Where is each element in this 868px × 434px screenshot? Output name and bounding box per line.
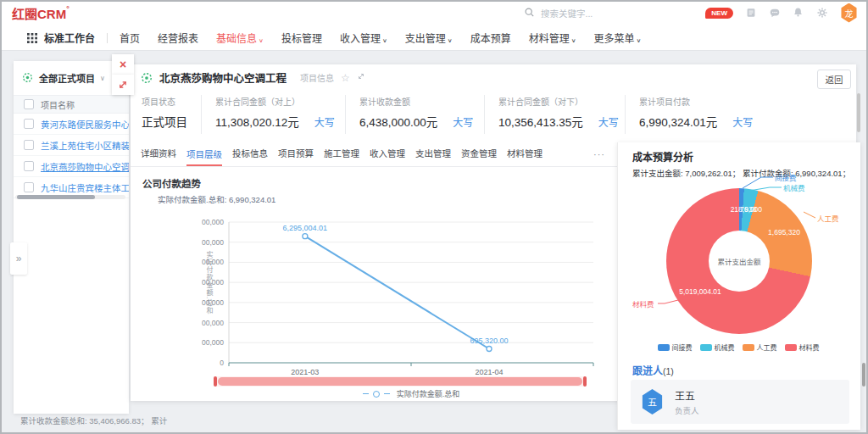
bell-icon[interactable] xyxy=(793,7,804,19)
row-checkbox[interactable] xyxy=(24,182,34,192)
user-avatar[interactable]: 龙 xyxy=(840,3,858,23)
svg-text:0: 0 xyxy=(220,359,224,367)
daxie-link[interactable]: 大写 xyxy=(314,114,335,129)
global-search-input[interactable]: 搜索关键字... xyxy=(524,4,702,21)
select-all-checkbox[interactable] xyxy=(24,99,34,109)
project-link[interactable]: 北京燕莎购物中心空调工程 xyxy=(41,160,129,173)
project-rows: 黄河东路便民服务中心幕...兰溪上苑住宅小区精装修...北京燕莎购物中心空调工程… xyxy=(14,114,129,198)
project-list-header[interactable]: 全部正式项目 ∨ xyxy=(22,71,105,85)
legend-label: 机械费 xyxy=(715,342,735,352)
chat-icon[interactable] xyxy=(769,7,781,19)
chevron-down-icon: ∨ xyxy=(382,37,387,43)
stat-label: 累计项目付款 xyxy=(639,95,794,108)
fullscreen-icon[interactable] xyxy=(357,72,369,84)
nav-item[interactable]: 基础信息∨ xyxy=(216,31,264,45)
nav-item[interactable]: 更多菜单∨ xyxy=(594,31,642,45)
datazoom-handle-right[interactable] xyxy=(583,376,587,387)
table-row[interactable]: 兰溪上苑住宅小区精装修... xyxy=(14,135,129,156)
apps-grid-icon[interactable] xyxy=(27,33,37,43)
stat-item: 累计项目付款6,990,324.01元大写 xyxy=(625,95,794,134)
legend-item[interactable]: 人工费 xyxy=(743,342,777,352)
main-scrollbar-thumb[interactable] xyxy=(857,93,860,132)
followers-section: 跟进人 (1) xyxy=(632,363,674,377)
stat-value: 正式项目 xyxy=(142,113,187,130)
nav-divider xyxy=(107,33,108,43)
tab-item[interactable]: 支出管理 xyxy=(415,147,451,166)
chevron-down-icon: ∨ xyxy=(571,37,576,43)
row-checkbox[interactable] xyxy=(24,119,34,129)
followers-count: (1) xyxy=(663,366,674,376)
stats-row: 项目状态正式项目累计合同金额（对上）11,308,020.12元大写累计收款金额… xyxy=(142,95,794,134)
logo-degree: ° xyxy=(66,4,70,13)
table-row[interactable]: 黄河东路便民服务中心幕... xyxy=(14,114,129,135)
tab-item[interactable]: 收入管理 xyxy=(370,147,405,166)
followers-label: 跟进人 xyxy=(632,363,663,377)
tab-item[interactable]: 详细资料 xyxy=(141,147,176,166)
nav-item[interactable]: 支出管理∨ xyxy=(405,31,453,45)
pie-value-label: 218,938 xyxy=(731,205,757,214)
datazoom-range[interactable] xyxy=(218,377,582,386)
list-column-header: 项目名称 xyxy=(14,95,129,114)
expand-panel-button[interactable] xyxy=(112,75,134,95)
close-panel-button[interactable]: × xyxy=(112,54,134,75)
legend-item[interactable]: 材料费 xyxy=(785,342,820,352)
datazoom-slider[interactable] xyxy=(214,376,587,387)
tab-item[interactable]: 材料管理 xyxy=(507,147,542,166)
project-link[interactable]: 兰溪上苑住宅小区精装修... xyxy=(41,139,129,152)
favorite-star-icon[interactable]: ☆ xyxy=(341,73,350,83)
horizontal-scrollbar[interactable] xyxy=(15,195,125,199)
chevron-down-icon: ∨ xyxy=(259,37,264,43)
table-row[interactable]: 北京燕莎购物中心空调工程 xyxy=(14,156,129,177)
collapse-toggle[interactable]: » xyxy=(10,242,27,275)
stat-label: 累计合同金额（对下） xyxy=(498,95,625,108)
app-logo[interactable]: 红圈CRM° xyxy=(12,4,70,22)
nav-item[interactable]: 材料管理∨ xyxy=(529,31,576,45)
target-icon xyxy=(22,72,34,84)
svg-text:6,000,000: 6,000,000 xyxy=(202,238,224,247)
svg-text:3,000,000: 3,000,000 xyxy=(202,298,224,307)
legend-swatch-icon xyxy=(700,344,712,351)
daxie-link[interactable]: 大写 xyxy=(732,114,753,129)
svg-text:2021-03: 2021-03 xyxy=(291,368,319,376)
datazoom-handle-left[interactable] xyxy=(214,376,217,387)
page-subtitle: 项目信息 xyxy=(300,71,334,84)
nav-item[interactable]: 经营报表 xyxy=(158,31,198,45)
nav-item[interactable]: 投标管理 xyxy=(281,31,322,45)
stat-value: 10,356,413.35元 xyxy=(498,113,583,130)
daxie-link[interactable]: 大写 xyxy=(453,114,473,129)
nav-item[interactable]: 首页 xyxy=(120,31,140,45)
project-link[interactable]: 黄河东路便民服务中心幕... xyxy=(41,118,129,131)
tab-item[interactable]: 项目层级 xyxy=(186,147,222,167)
stat-value-row: 6,990,324.01元大写 xyxy=(639,113,794,130)
tabs-overflow-icon[interactable]: ··· xyxy=(593,149,605,159)
chart-legend[interactable]: 实际付款金额.总和 xyxy=(229,388,593,399)
calendar-icon[interactable] xyxy=(745,7,757,19)
legend-item[interactable]: 间接费 xyxy=(658,342,693,352)
chevron-down-icon: ∨ xyxy=(637,37,642,43)
project-link[interactable]: 九华山庄贵宾楼主体工程 xyxy=(41,181,129,194)
stat-label: 累计收款金额 xyxy=(359,95,484,108)
tab-item[interactable]: 项目预算 xyxy=(278,147,314,166)
row-checkbox[interactable] xyxy=(24,140,34,150)
nav-item[interactable]: 成本预算 xyxy=(470,31,511,45)
gear-icon[interactable] xyxy=(816,7,828,19)
follower-list-item[interactable]: 五 王五 负责人 xyxy=(631,380,849,424)
scrollbar-thumb[interactable] xyxy=(17,195,95,199)
workbench-label[interactable]: 标准工作台 xyxy=(44,31,95,45)
nav-item[interactable]: 收入管理∨ xyxy=(340,31,387,45)
daxie-link[interactable]: 大写 xyxy=(598,114,619,129)
chevron-down-icon[interactable]: ∨ xyxy=(100,75,105,82)
tab-item[interactable]: 投标信息 xyxy=(232,147,268,166)
donut-legend: 间接费机械费人工费材料费 xyxy=(622,342,854,352)
back-button[interactable]: 返回 xyxy=(817,70,851,89)
donut-callout-lines xyxy=(627,166,865,312)
tab-item[interactable]: 施工管理 xyxy=(324,147,359,166)
tab-item[interactable]: 资金管理 xyxy=(461,147,497,166)
stat-value-row: 10,356,413.35元大写 xyxy=(498,113,625,130)
panel-scrollbar-thumb[interactable] xyxy=(862,363,865,387)
chevron-down-icon: ∨ xyxy=(448,37,453,43)
legend-label: 人工费 xyxy=(757,342,777,352)
legend-item[interactable]: 机械费 xyxy=(700,342,735,352)
stat-label: 累计合同金额（对上） xyxy=(215,95,345,108)
row-checkbox[interactable] xyxy=(24,161,34,171)
